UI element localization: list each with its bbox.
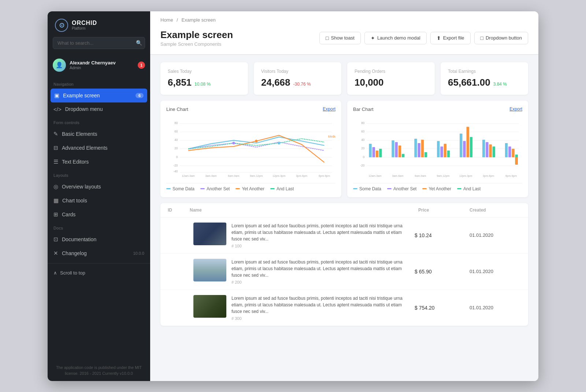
stat-label: Visitors Today — [261, 69, 334, 74]
svg-point-23 — [255, 139, 257, 142]
sidebar-item-documentation[interactable]: ⊡ Documentation — [48, 232, 150, 246]
svg-point-24 — [278, 142, 280, 144]
svg-text:3pm-6pm: 3pm-6pm — [296, 174, 307, 178]
line-chart-legend: Some Data Another Set Yet Another And La… — [166, 183, 335, 191]
svg-rect-72 — [515, 157, 518, 164]
form-controls-label: Form controls — [48, 116, 150, 127]
logo-name: ORCHID — [72, 20, 97, 26]
search-container: 🔍 — [53, 37, 145, 49]
svg-text:9am-12pm: 9am-12pm — [437, 174, 449, 178]
legend-item-some-data[interactable]: Some Data — [166, 186, 194, 191]
bar-chart-legend: Some Data Another Set Yet Another And La… — [353, 183, 522, 191]
sidebar: ⊙ ORCHID Platform 🔍 👤 Alexandr Chernyaev… — [48, 11, 150, 381]
show-toast-button[interactable]: □ Show toast — [319, 32, 361, 44]
table-date: 01.01.2020 — [470, 232, 521, 238]
col-name: Name — [190, 208, 418, 213]
svg-point-22 — [232, 142, 235, 144]
svg-rect-59 — [447, 150, 450, 157]
sidebar-item-label: Chart tools — [62, 198, 87, 204]
sidebar-item-changelog[interactable]: ✕ Changelog 10.0.0 — [48, 246, 150, 260]
overview-icon: ◎ — [53, 183, 58, 190]
sidebar-item-advanced-elements[interactable]: ⊟ Advanced Elements — [48, 141, 150, 155]
search-icon[interactable]: 🔍 — [136, 40, 142, 46]
svg-text:6am-9am: 6am-9am — [228, 174, 239, 178]
svg-rect-51 — [402, 154, 404, 157]
svg-rect-60 — [460, 134, 462, 157]
svg-rect-63 — [470, 137, 472, 157]
svg-text:-20: -20 — [173, 163, 178, 167]
stat-value: 65,661.00 3.84 % — [448, 77, 521, 88]
svg-text:Medium: Medium — [328, 135, 335, 138]
export-file-button[interactable]: ⬆ Export file — [430, 32, 471, 44]
sidebar-item-basic-elements[interactable]: ✎ Basic Elements — [48, 127, 150, 141]
stat-value: 10,000 — [355, 77, 427, 88]
sidebar-item-example-screen[interactable]: ▣ Example screen 6 — [51, 89, 147, 102]
table-thumbnail — [193, 295, 226, 318]
legend-item-some-data-bar[interactable]: Some Data — [353, 186, 381, 191]
sidebar-item-text-editors[interactable]: ☰ Text Editors — [48, 155, 150, 169]
sidebar-item-dropdown-menu[interactable]: </> Dropdown menu — [48, 102, 150, 116]
line-chart-export[interactable]: Export — [323, 107, 335, 112]
svg-text:60: 60 — [361, 130, 365, 133]
table-thumbnail — [193, 259, 226, 281]
svg-rect-70 — [512, 149, 514, 157]
svg-rect-44 — [369, 143, 371, 157]
svg-text:0: 0 — [176, 155, 178, 158]
svg-text:12am-3am: 12am-3am — [182, 174, 194, 178]
sidebar-item-chart-tools[interactable]: ▦ Chart tools — [48, 194, 150, 208]
legend-item-yet-another-bar[interactable]: Yet Another — [422, 186, 451, 191]
svg-text:12pm-3pm: 12pm-3pm — [272, 174, 285, 178]
search-input[interactable] — [53, 37, 145, 49]
table-row-id: # 300 — [231, 316, 411, 321]
svg-text:6pm-9pm: 6pm-9pm — [319, 174, 330, 178]
legend-item-another-set-bar[interactable]: Another Set — [387, 186, 416, 191]
sidebar-item-label: Dropdown menu — [65, 106, 103, 112]
table-date: 01.01.2020 — [470, 269, 521, 274]
svg-text:0: 0 — [363, 155, 365, 158]
legend-item-and-last[interactable]: And Last — [270, 186, 294, 191]
item-badge: 6 — [136, 93, 144, 98]
stat-card-visitors: Visitors Today 24,668 -30.76 % — [254, 62, 341, 95]
page-header: Example screen Sample Screen Components … — [150, 26, 538, 55]
notification-badge[interactable]: 1 — [138, 61, 145, 69]
stat-label: Sales Today — [168, 69, 241, 74]
svg-rect-57 — [440, 146, 443, 157]
export-file-label: Export file — [443, 35, 464, 41]
svg-text:40: 40 — [174, 138, 178, 142]
table-row-id: # 100 — [231, 244, 411, 248]
stat-value: 24,668 -30.76 % — [261, 77, 334, 88]
svg-rect-68 — [505, 143, 508, 157]
svg-text:80: 80 — [174, 121, 178, 125]
sidebar-footer: The application code is published under … — [48, 360, 150, 381]
svg-rect-49 — [395, 142, 398, 157]
svg-rect-52 — [414, 138, 417, 157]
breadcrumb-home[interactable]: Home — [160, 17, 173, 23]
svg-text:3pm-6pm: 3pm-6pm — [483, 174, 494, 178]
legend-item-and-last-bar[interactable]: And Last — [457, 186, 481, 191]
launch-demo-modal-button[interactable]: ✦ Launch demo modal — [364, 32, 427, 44]
legend-item-another-set[interactable]: Another Set — [200, 186, 230, 191]
sidebar-item-cards[interactable]: ⊞ Cards — [48, 208, 150, 221]
svg-text:12am-3am: 12am-3am — [368, 174, 381, 178]
svg-rect-61 — [463, 141, 466, 157]
svg-rect-64 — [482, 139, 485, 157]
chart-icon: ▦ — [53, 197, 59, 204]
breadcrumb-separator: / — [177, 17, 178, 23]
svg-rect-46 — [376, 150, 378, 157]
grid-icon: ⊟ — [53, 145, 58, 151]
bar-chart-card: Bar Chart Export 80 60 40 20 0 — [347, 101, 528, 197]
svg-rect-55 — [424, 152, 427, 157]
user-profile[interactable]: 👤 Alexandr Chernyaev Admin 1 — [48, 55, 150, 78]
breadcrumb: Home / Example screen — [150, 11, 538, 26]
dropdown-button[interactable]: □ Dropdown button — [474, 32, 528, 44]
sidebar-item-label: Advanced Elements — [62, 145, 108, 151]
stat-change: 3.84 % — [493, 82, 507, 87]
bar-chart-export[interactable]: Export — [509, 107, 522, 112]
svg-text:60: 60 — [174, 130, 178, 133]
table-row: Lorem ipsum at sed ad fusce faucibus pri… — [160, 217, 528, 254]
legend-item-yet-another[interactable]: Yet Another — [235, 186, 264, 191]
scroll-to-top[interactable]: ∧ Scroll to top — [48, 266, 150, 279]
export-icon: ⬆ — [437, 35, 441, 41]
stat-label: Total Earnings — [448, 69, 521, 74]
sidebar-item-overview-layouts[interactable]: ◎ Overview layouts — [48, 180, 150, 194]
